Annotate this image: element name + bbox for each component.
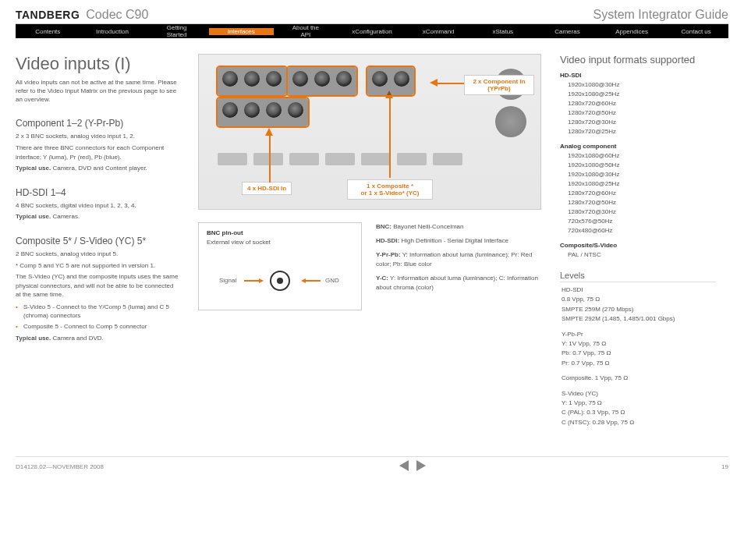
bnc-icon [291,69,310,88]
nav-item-xcommand[interactable]: xCommand [406,28,471,35]
bnc-icon [243,69,261,88]
nav-item-xconfiguration[interactable]: xConfiguration [338,28,406,35]
page-nav-arrows [399,460,426,473]
section-heading-composite: Composite 5* / S-Video (YC) 5* [16,236,179,246]
list-item: S-Video 5 - Connect to the Y/Comp 5 (lum… [16,303,179,320]
format-item: 1280x720@50Hz [568,108,716,118]
format-item: 720x576@50Hz [568,217,716,226]
bnc-icon [370,69,389,88]
bnc-icon [221,69,239,88]
format-item: 1280x720@60Hz [568,189,716,198]
paragraph: Typical use. Camera, DVD and Content pla… [16,164,179,173]
arrow-icon [244,280,260,282]
guide-title: System Integrator Guide [593,8,728,22]
bnc-pinout-box: BNC pin-out External view of socket Sign… [198,222,362,310]
formats-heading: Video input formats supported [560,54,716,66]
callout-composite: 1 x Composite *or 1 x S-Video* (YC) [347,179,433,200]
format-subhead: HD-SDI [560,72,716,79]
nav-item-xstatus[interactable]: xStatus [470,28,535,35]
level-block: HD-SDI0.8 Vpp, 75 ΩSMPTE 259M (270 Mbps)… [560,285,716,324]
composite-group [367,67,414,95]
level-block: Composite. 1 Vpp, 75 Ω [560,374,716,383]
bnc-icon [313,69,331,88]
section-heading-component: Component 1–2 (Y-Pr-Pb) [16,118,179,129]
paragraph: 2 BNC sockets, analog video input 5. [16,250,179,259]
signal-label: Signal [219,277,236,284]
callout-component: 2 x Component In(YPrPb) [464,75,534,95]
bnc-icon [392,69,411,88]
paragraph: There are three BNC connectors for each … [16,144,179,161]
component-group-2 [288,67,356,95]
model-name: Codec C90 [86,8,148,22]
format-subhead: Analog component [560,143,716,150]
format-item: 1280x720@50Hz [568,198,716,207]
page-header: TANDBERG Codec C90 System Integrator Gui… [16,8,728,24]
intro-text: All video inputs can not be active at th… [16,79,179,104]
definitions-box: BNC: Bayonet Neill-Concelman HD-SDI: Hig… [376,222,540,310]
hdsdi-group [218,98,308,126]
format-list: 1920x1080@60Hz1920x1080@50Hz1920x1080@30… [560,151,716,236]
paragraph: 2 x 3 BNC sockets, analog video input 1,… [16,132,179,141]
middle-column: 2 x Component In(YPrPb) 4 x HD-SDI In 1 … [198,54,541,433]
paragraph: Typical use. Camera and DVD. [16,334,179,343]
navbar: ContentsIntroductionGetting StartedInter… [16,24,728,38]
pinout-sub: External view of socket [207,238,353,247]
right-column: Video input formats supported HD-SDI 192… [560,54,716,433]
format-item: 1920x1080@30Hz [568,170,716,179]
callout-hdsdi: 4 x HD-SDI In [242,182,292,195]
nav-item-contents[interactable]: Contents [16,28,80,35]
page-footer: D14128.02—NOVEMBER 2008 19 [16,456,728,473]
format-item: 720x480@60Hz [568,226,716,236]
format-list: 1920x1080@30Hz1920x1080@25Hz1280x720@60H… [560,80,716,136]
format-subhead: Composite/S-Video [560,242,716,249]
gnd-label: GND [325,277,339,284]
bullet-list: S-Video 5 - Connect to the Y/Comp 5 (lum… [16,303,179,331]
page-title: Video inputs (I) [16,54,179,74]
bnc-icon [264,101,283,119]
format-item: 1920x1080@25Hz [568,90,716,99]
paragraph: * Comp 5 and YC 5 are not supported in v… [16,261,179,271]
arrow-icon [305,280,321,282]
format-item: 1920x1080@25Hz [568,179,716,189]
nav-item-getting-started[interactable]: Getting Started [144,24,209,38]
page-number: 19 [721,463,728,470]
format-item: 1280x720@30Hz [568,207,716,217]
paragraph: 4 BNC sockets, digital video input 1, 2,… [16,201,179,211]
list-item: Composite 5 - Connect to Comp 5 connecto… [16,322,179,331]
bnc-icon [335,69,353,88]
paragraph: The S-Video (YC) and the composite input… [16,272,179,299]
doc-id: D14128.02—NOVEMBER 2008 [16,463,104,470]
bnc-icon [286,101,305,119]
xlr-icon [495,106,526,137]
format-item: 1920x1080@60Hz [568,151,716,161]
paragraph: Typical use. Cameras. [16,212,179,222]
nav-item-contact-us[interactable]: Contact us [664,28,728,35]
brand-logo: TANDBERG [16,9,80,21]
nav-item-about-the-api[interactable]: About the API [274,24,338,38]
format-item: 1920x1080@50Hz [568,161,716,170]
next-page-icon[interactable] [416,460,426,471]
connector-diagram: 2 x Component In(YPrPb) 4 x HD-SDI In 1 … [198,54,541,210]
nav-item-interfaces[interactable]: Interfaces [209,28,274,35]
format-list: PAL / NTSC [560,250,716,260]
bnc-icon [264,69,283,88]
level-block: S-Video (YC)Y: 1 Vpp, 75 ΩC (PAL): 0.3 V… [560,389,716,428]
nav-item-introduction[interactable]: Introduction [80,28,145,35]
bnc-icon [221,101,239,119]
format-item: 1280x720@60Hz [568,99,716,108]
nav-item-cameras[interactable]: Cameras [535,28,600,35]
left-column: Video inputs (I) All video inputs can no… [16,54,179,433]
level-block: Y-Pb-PrY: 1V Vpp, 75 ΩPb: 0.7 Vpp, 75 ΩP… [560,330,716,369]
format-item: 1280x720@30Hz [568,118,716,127]
prev-page-icon[interactable] [399,460,409,471]
levels-heading: Levels [560,271,716,282]
format-item: 1920x1080@30Hz [568,80,716,90]
pinout-heading: BNC pin-out [207,229,353,236]
format-item: 1280x720@25Hz [568,127,716,136]
bnc-inner-icon [277,278,283,284]
section-heading-hdsdi: HD-SDI 1–4 [16,187,179,198]
bnc-icon [243,101,261,119]
component-group-1 [218,67,286,95]
nav-item-appendices[interactable]: Appendices [600,28,664,35]
